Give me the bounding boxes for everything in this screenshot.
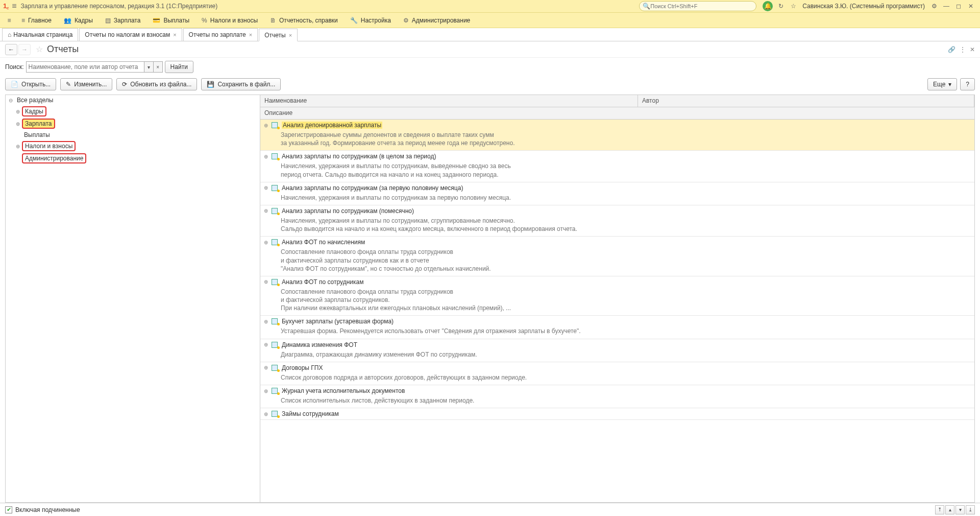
report-item[interactable]: ⊕Динамика изменения ФОТДиаграмма, отража… [260, 339, 974, 362]
report-item[interactable]: ⊕Анализ ФОТ по сотрудникамСопоставление … [260, 276, 974, 316]
minimize-icon[interactable]: — [941, 1, 951, 11]
report-item[interactable]: ⊕Анализ зарплаты по сотрудникам (помесяч… [260, 205, 974, 237]
col-author[interactable]: Автор [638, 95, 974, 107]
menu-item[interactable]: 🗎Отчетность, справки [264, 17, 344, 24]
tree-item[interactable]: ⊕Зарплата [13, 118, 260, 130]
hamburger-icon[interactable]: ≡ [12, 2, 16, 11]
open-icon: 📄 [11, 81, 18, 88]
report-title: Журнал учета исполнительных документов [282, 387, 405, 394]
pencil-icon: ✎ [66, 81, 71, 88]
collapse-icon[interactable]: ⊖ [8, 98, 14, 103]
expand-icon[interactable]: ⊕ [15, 109, 21, 114]
search-combo[interactable]: ▾ × [26, 61, 163, 73]
reload-button[interactable]: ⟳Обновить из файла... [116, 78, 197, 90]
star-icon[interactable]: ☆ [788, 1, 798, 11]
nav-back-button[interactable]: ← [5, 44, 17, 55]
settings-icon[interactable]: ⚙ [929, 1, 939, 11]
menu-item[interactable]: %Налоги и взносы [195, 17, 264, 24]
user-label[interactable]: Савинская З.Ю. (Системный программист) [802, 3, 925, 10]
more-button[interactable]: Еще ▾ [927, 78, 957, 90]
open-button[interactable]: 📄Открыть... [5, 78, 56, 90]
page-title: Отчеты [47, 44, 79, 55]
nav-down-icon[interactable]: ▾ [955, 505, 965, 514]
nav-first-icon[interactable]: ⤒ [935, 505, 944, 514]
tree-panel[interactable]: ⊖ Все разделы ⊕Кадры⊕ЗарплатаВыплаты⊕Нал… [5, 95, 260, 503]
menu-hamburger-icon[interactable]: ≡ [4, 15, 14, 26]
menu-item[interactable]: ⚙Администрирование [397, 17, 476, 24]
save-button[interactable]: 💾Сохранить в файл... [201, 78, 281, 90]
expand-icon[interactable]: ⊕ [263, 154, 268, 159]
report-icon [272, 387, 279, 394]
combo-dropdown-icon[interactable]: ▾ [144, 62, 153, 72]
report-icon [272, 364, 279, 371]
tree-item[interactable]: Выплаты [13, 130, 260, 140]
expand-icon[interactable]: ⊕ [263, 411, 268, 417]
page-close-icon[interactable]: ✕ [970, 46, 975, 53]
history-icon[interactable]: ↻ [776, 1, 786, 11]
find-button[interactable]: Найти [165, 61, 193, 73]
nav-fwd-button[interactable]: → [18, 44, 31, 55]
menu-item[interactable]: 👥Кадры [58, 17, 99, 24]
report-title: Анализ ФОТ по начислениям [282, 239, 365, 246]
report-item[interactable]: ⊕Анализ зарплаты по сотрудникам (за перв… [260, 182, 974, 205]
report-item[interactable]: ⊕Анализ ФОТ по начислениямСопоставление … [260, 237, 974, 276]
expand-icon[interactable]: ⊕ [15, 144, 21, 149]
expand-icon[interactable]: ⊕ [263, 240, 268, 245]
report-item[interactable]: ⊕Займы сотрудникам [260, 408, 974, 420]
expand-icon[interactable]: ⊕ [263, 365, 268, 370]
search-input[interactable] [27, 62, 144, 72]
tab[interactable]: Отчеты× [259, 29, 298, 41]
expand-icon[interactable]: ⊕ [263, 185, 268, 191]
menu-icon: ⚙ [403, 17, 409, 24]
tab[interactable]: ⌂Начальная страница [2, 28, 78, 41]
kebab-icon[interactable]: ⋮ [960, 46, 966, 53]
link-icon[interactable]: 🔗 [948, 46, 955, 53]
menu-item[interactable]: ▤Зарплата [99, 17, 147, 24]
report-item[interactable]: ⊕Журнал учета исполнительных документовС… [260, 385, 974, 408]
edit-button[interactable]: ✎Изменить... [60, 78, 112, 90]
menu-item[interactable]: 🔧Настройка [344, 17, 397, 24]
global-search-input[interactable] [650, 3, 753, 9]
tab[interactable]: Отчеты по налогам и взносам× [79, 28, 182, 41]
report-list[interactable]: ⊕Анализ депонированной зарплатыЗарегистр… [260, 120, 974, 502]
toolbar: 📄Открыть... ✎Изменить... ⟳Обновить из фа… [0, 76, 980, 95]
help-button[interactable]: ? [960, 78, 975, 90]
tree-item[interactable]: Администрирование [13, 152, 260, 165]
tab[interactable]: Отчеты по зарплате× [183, 28, 258, 41]
combo-clear-icon[interactable]: × [153, 62, 162, 72]
home-icon: ⌂ [8, 31, 11, 38]
include-subordinates-checkbox[interactable]: ✔ [5, 506, 12, 513]
report-title: Бухучет зарплаты (устаревшая форма) [282, 318, 394, 325]
bell-icon[interactable]: 🔔 [763, 1, 773, 11]
expand-icon[interactable]: ⊕ [263, 123, 268, 128]
report-item[interactable]: ⊕Анализ депонированной зарплатыЗарегистр… [260, 120, 974, 151]
tab-close-icon[interactable]: × [173, 32, 176, 38]
expand-icon[interactable]: ⊕ [263, 208, 268, 214]
expand-icon[interactable]: ⊕ [263, 279, 268, 285]
report-item[interactable]: ⊕Анализ зарплаты по сотрудникам (в целом… [260, 151, 974, 182]
menu-item[interactable]: 💳Выплаты [146, 17, 195, 24]
nav-last-icon[interactable]: ⤓ [966, 505, 975, 514]
close-icon[interactable]: ✕ [966, 1, 976, 11]
tree-root[interactable]: ⊖ Все разделы [6, 95, 260, 105]
main-menu: ≡ ≡Главное👥Кадры▤Зарплата💳Выплаты%Налоги… [0, 13, 980, 28]
chevron-down-icon: ▾ [948, 81, 951, 88]
expand-icon[interactable]: ⊕ [263, 319, 268, 324]
tab-close-icon[interactable]: × [249, 32, 252, 38]
nav-up-icon[interactable]: ▴ [945, 505, 954, 514]
global-search[interactable]: 🔍 [639, 1, 756, 11]
report-item[interactable]: ⊕Бухучет зарплаты (устаревшая форма)Уста… [260, 316, 974, 339]
tab-close-icon[interactable]: × [289, 32, 292, 38]
col-name[interactable]: Наименование [260, 95, 638, 107]
favorite-icon[interactable]: ☆ [36, 44, 43, 54]
tree-item[interactable]: ⊕Кадры [13, 105, 260, 118]
expand-icon[interactable]: ⊕ [15, 121, 21, 127]
report-item[interactable]: ⊕Договоры ГПХСписок договоров подряда и … [260, 362, 974, 385]
expand-icon[interactable]: ⊕ [263, 388, 268, 394]
search-row: Поиск: ▾ × Найти [0, 58, 980, 76]
tree-item[interactable]: ⊕Налоги и взносы [13, 140, 260, 152]
maximize-icon[interactable]: ◻ [953, 1, 964, 11]
app-title: Зарплата и управление персоналом, редакц… [21, 3, 218, 10]
menu-item[interactable]: ≡Главное [15, 17, 58, 24]
expand-icon[interactable]: ⊕ [263, 342, 268, 347]
